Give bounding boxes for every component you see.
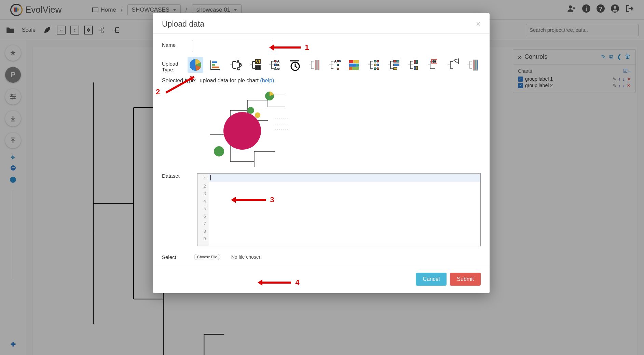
svg-point-69: [255, 112, 260, 118]
svg-rect-56: [416, 66, 417, 70]
upload-type-preview: [203, 86, 295, 167]
svg-rect-61: [475, 60, 476, 70]
close-icon[interactable]: ×: [476, 19, 481, 29]
svg-text:B: B: [277, 64, 279, 67]
svg-rect-55: [414, 66, 415, 70]
svg-point-43: [374, 60, 376, 62]
svg-point-36: [337, 68, 339, 70]
name-row: Name: [162, 40, 481, 52]
dataset-row: Dataset 1 2 3 4 5 6 7 8 9: [162, 173, 481, 246]
svg-text:C: C: [277, 67, 279, 70]
svg-rect-49: [394, 60, 396, 62]
no-file-text: No file chosen: [231, 254, 262, 260]
dataset-editor[interactable]: 1 2 3 4 5 6 7 8 9: [197, 173, 481, 246]
upload-data-modal: Upload data × Name Upload Type: ABC AB A…: [153, 13, 490, 293]
line-number: 1: [197, 175, 209, 182]
svg-marker-25: [274, 67, 276, 69]
line-number: 7: [197, 220, 209, 228]
help-link[interactable]: (help): [260, 78, 274, 83]
svg-rect-52: [394, 68, 397, 70]
svg-point-66: [214, 146, 224, 156]
type-leaf-labels-color-icon[interactable]: AB: [247, 57, 263, 73]
type-pie-chart-icon[interactable]: [188, 57, 203, 73]
svg-rect-37: [349, 60, 353, 63]
svg-point-65: [223, 112, 261, 150]
modal-body: Name Upload Type: ABC AB ABC A 80: [153, 34, 490, 267]
svg-rect-54: [416, 60, 417, 64]
line-number: 3: [197, 190, 209, 197]
line-number: 8: [197, 228, 209, 235]
svg-rect-41: [349, 67, 352, 70]
svg-text:80: 80: [433, 60, 436, 63]
svg-rect-14: [212, 64, 216, 66]
svg-rect-62: [477, 60, 478, 70]
svg-text:B: B: [257, 66, 259, 70]
select-label: Select: [162, 254, 183, 260]
type-bootstrap-icon[interactable]: 80: [425, 57, 441, 73]
type-collapse-icon[interactable]: [445, 57, 461, 73]
svg-rect-30: [315, 60, 316, 70]
upload-type-label: Upload Type:: [162, 57, 181, 72]
svg-rect-13: [212, 62, 217, 63]
name-input[interactable]: [192, 40, 273, 52]
type-branch-labels-icon[interactable]: ABC: [227, 57, 243, 73]
svg-rect-53: [414, 60, 415, 64]
svg-rect-39: [349, 64, 356, 67]
upload-type-row: Upload Type: ABC AB ABC A 80: [162, 57, 481, 73]
svg-point-35: [337, 64, 339, 66]
type-timeline-icon[interactable]: [287, 57, 302, 73]
svg-rect-60: [474, 60, 475, 70]
line-number: 2: [197, 182, 209, 190]
svg-rect-51: [394, 64, 399, 66]
line-number: 5: [197, 205, 209, 213]
dataset-label: Dataset: [162, 173, 183, 179]
cancel-button[interactable]: Cancel: [416, 273, 447, 286]
type-dot-plot-icon[interactable]: A: [326, 57, 342, 73]
svg-rect-42: [352, 67, 359, 70]
submit-button[interactable]: Submit: [450, 273, 481, 286]
svg-point-47: [374, 68, 376, 70]
modal-title: Upload data: [162, 19, 204, 29]
selected-type-text: Selected type: upload data for pie chart…: [162, 78, 481, 84]
svg-text:C: C: [237, 67, 240, 71]
svg-line-70: [166, 77, 194, 93]
line-number: 6: [197, 213, 209, 220]
svg-marker-59: [454, 59, 458, 64]
svg-point-34: [339, 60, 341, 62]
editor-gutter: 1 2 3 4 5 6 7 8 9: [197, 174, 209, 246]
svg-rect-15: [212, 67, 219, 68]
name-label: Name: [162, 40, 186, 48]
svg-rect-40: [356, 64, 359, 67]
svg-rect-31: [318, 60, 319, 70]
line-number: 9: [197, 235, 209, 243]
type-color-strip-icon[interactable]: [346, 57, 362, 73]
svg-text:A: A: [277, 60, 279, 63]
editor-textarea[interactable]: [209, 174, 480, 246]
svg-point-46: [377, 64, 379, 66]
type-heatmap-icon[interactable]: [366, 57, 382, 73]
line-number: 4: [197, 197, 209, 205]
selected-type-value: upload data for pie chart: [200, 78, 259, 83]
svg-point-23: [274, 60, 276, 62]
type-group-label-icon[interactable]: [406, 57, 421, 73]
file-select-row: Select Choose File No file chosen: [162, 254, 481, 260]
choose-file-button[interactable]: Choose File: [194, 254, 220, 260]
type-leaf-bars-icon[interactable]: [465, 57, 481, 73]
svg-point-67: [247, 107, 254, 114]
type-protein-domain-icon[interactable]: [386, 57, 401, 73]
modal-footer: Cancel Submit: [153, 267, 490, 293]
svg-rect-50: [397, 60, 399, 62]
svg-rect-38: [353, 60, 359, 63]
annotation-2-arrow: [163, 73, 201, 98]
svg-rect-24: [274, 64, 276, 66]
type-column-plot-icon[interactable]: [306, 57, 322, 73]
svg-point-48: [377, 68, 379, 70]
type-leaf-decoration-icon[interactable]: ABC: [267, 57, 283, 73]
type-bar-chart-icon[interactable]: [207, 57, 223, 73]
svg-text:A: A: [257, 59, 259, 63]
svg-point-45: [374, 64, 376, 66]
svg-text:A: A: [334, 60, 337, 63]
svg-point-44: [377, 60, 379, 62]
modal-header: Upload data ×: [153, 13, 490, 34]
upload-type-icons: ABC AB ABC A 80: [188, 57, 481, 73]
